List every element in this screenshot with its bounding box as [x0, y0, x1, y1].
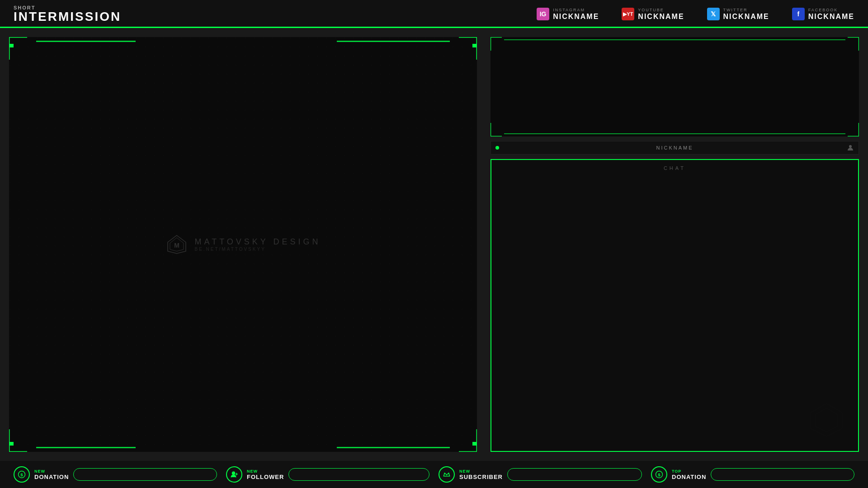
stream-area: M MATTOVSKY DESIGN BE.NET/MATTOVSKYY — [0, 28, 486, 461]
subscriber-icon-wrap — [439, 466, 455, 483]
youtube-label: YOUTUBE — [638, 8, 664, 12]
youtube-icon: ▶YT — [622, 8, 634, 20]
follower-texts: NEW FOLLOWER — [247, 469, 284, 480]
social-facebook: f FACEBOOK NICKNAME — [792, 8, 854, 21]
header-bar: SHORT INTERMISSION IG INSTAGRAM NICKNAME… — [0, 0, 868, 28]
svg-point-17 — [446, 474, 447, 475]
instagram-nickname: NICKNAME — [553, 13, 599, 21]
nick-text: NICKNAME — [656, 145, 693, 150]
facebook-nickname: NICKNAME — [808, 13, 854, 21]
nick-dot — [495, 146, 499, 150]
follower-new-label: NEW — [247, 469, 284, 474]
top-donation-texts: TOP DONATION — [672, 469, 706, 480]
subscriber-new-label: NEW — [459, 469, 503, 474]
chat-content — [491, 175, 858, 451]
webcam-bottom-accent — [504, 133, 845, 134]
instagram-label: INSTAGRAM — [553, 8, 585, 12]
instagram-icon: IG — [537, 8, 549, 20]
bottom-bar: $ NEW DONATION NEW FOLLOWER — [0, 461, 868, 488]
social-instagram: IG INSTAGRAM NICKNAME — [537, 8, 599, 21]
donation-texts: NEW DONATION — [34, 469, 69, 480]
svg-text:$: $ — [20, 472, 23, 477]
webcam-top-accent — [504, 39, 845, 40]
svg-point-9 — [849, 145, 852, 148]
donation-type-label: DONATION — [34, 474, 69, 480]
chat-header: CHAT — [491, 160, 858, 175]
svg-rect-8 — [9, 37, 477, 452]
webcam-corner-tl — [491, 37, 502, 51]
top-donation-icon-wrap: $ — [651, 466, 667, 483]
social-twitter: 𝕏 TWITTER NICKNAME — [707, 8, 769, 21]
dollar-icon: $ — [18, 470, 26, 479]
alert-follower: NEW FOLLOWER — [226, 466, 429, 483]
person-icon — [230, 470, 238, 479]
webcam-corner-bl — [491, 123, 502, 136]
donation-new-label: NEW — [34, 469, 69, 474]
chat-box: CHAT — [491, 159, 859, 452]
social-links: IG INSTAGRAM NICKNAME ▶YT YOUTUBE NICKNA… — [537, 8, 854, 21]
top-donation-new-label: TOP — [672, 469, 706, 474]
avatar-icon — [847, 144, 854, 151]
alert-donation: $ NEW DONATION — [14, 466, 217, 483]
webcam-frame — [491, 37, 859, 136]
intermission-label: INTERMISSION — [14, 10, 121, 23]
chat-label: CHAT — [664, 165, 686, 171]
stream-title: SHORT INTERMISSION — [14, 5, 121, 23]
right-panel: NICKNAME CHAT — [486, 28, 868, 461]
facebook-label: FACEBOOK — [808, 8, 838, 12]
subscriber-texts: NEW SUBSCRIBER — [459, 469, 503, 480]
follower-type-label: FOLLOWER — [247, 474, 284, 480]
facebook-icon: f — [792, 8, 805, 20]
top-donation-input-bar — [711, 468, 854, 481]
follower-input-bar — [288, 468, 429, 481]
alert-top-donation: $ TOP DONATION — [651, 466, 854, 483]
main-content: M MATTOVSKY DESIGN BE.NET/MATTOVSKYY — [0, 28, 868, 461]
webcam-corner-br — [848, 123, 859, 136]
top-dollar-icon: $ — [655, 470, 663, 479]
svg-text:$: $ — [658, 472, 660, 477]
donation-icon-wrap: $ — [14, 466, 30, 483]
subscriber-type-label: SUBSCRIBER — [459, 474, 503, 480]
svg-point-14 — [232, 472, 235, 474]
stream-frame: M MATTOVSKY DESIGN BE.NET/MATTOVSKYY — [9, 37, 477, 452]
webcam-corner-tr — [848, 37, 859, 51]
donation-input-bar — [73, 468, 217, 481]
youtube-nickname: NICKNAME — [638, 13, 684, 21]
subscriber-input-bar — [507, 468, 642, 481]
nickname-bar: NICKNAME — [491, 141, 859, 155]
top-donation-type-label: DONATION — [672, 474, 706, 480]
svg-point-18 — [444, 473, 445, 474]
svg-marker-11 — [815, 408, 838, 432]
twitter-label: TWITTER — [723, 8, 748, 12]
svg-point-19 — [448, 473, 449, 474]
follower-icon-wrap — [226, 466, 242, 483]
twitter-icon: 𝕏 — [707, 8, 720, 20]
alert-subscriber: NEW SUBSCRIBER — [439, 466, 642, 483]
social-youtube: ▶YT YOUTUBE NICKNAME — [622, 8, 684, 21]
crown-icon — [443, 470, 451, 479]
twitter-nickname: NICKNAME — [723, 13, 769, 21]
